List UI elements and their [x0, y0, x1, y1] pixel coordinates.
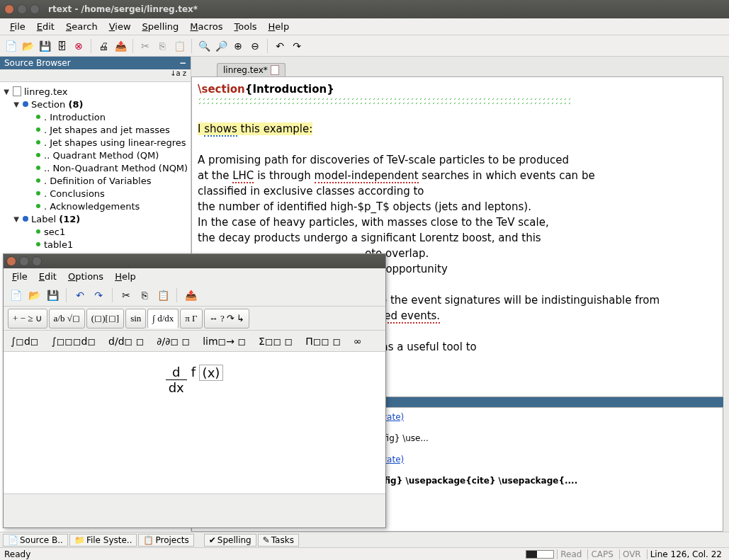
window-titlebar: rtext - /home/sergei/linreg.tex* — [0, 0, 729, 18]
menu-tools[interactable]: Tools — [228, 20, 262, 33]
eq-tab-arrows[interactable]: ↔ ? ↷ ↳ — [204, 309, 250, 328]
eq-export-button[interactable]: 📤 — [183, 287, 198, 303]
editor-line: the decay products undergo a significant… — [198, 230, 717, 246]
btab-source[interactable]: 📄Source B.. — [3, 534, 68, 547]
paste-button[interactable]: 📋 — [171, 38, 187, 54]
section-count: (8) — [68, 99, 83, 110]
eq-tab-greek[interactable]: π Γ — [180, 309, 202, 328]
close-button[interactable]: ⊗ — [71, 38, 86, 54]
tab-linreg[interactable]: linreg.tex* — [217, 63, 286, 76]
menu-spelling[interactable]: Spelling — [137, 20, 185, 33]
item-icon — [36, 140, 40, 144]
eq-tab-calculus[interactable]: ∫ d/dx — [147, 309, 179, 328]
item-icon — [36, 153, 40, 157]
window-close-button[interactable] — [4, 4, 14, 14]
eq-palette: ∫◻d◻ ∫◻◻◻d◻ d/d◻ ◻ ∂/∂◻ ◻ lim◻→ ◻ Σ◻◻ ◻ … — [4, 331, 385, 352]
eq-save-button[interactable]: 💾 — [45, 287, 60, 303]
tree-item[interactable]: . Jet shapes using linear-regres — [44, 137, 186, 148]
menubar: File Edit Search View Spelling Macros To… — [0, 18, 729, 35]
item-icon — [36, 166, 40, 170]
tree-item[interactable]: .. Non-Quadrant Method (NQM) — [44, 163, 188, 173]
tree-item[interactable]: . Definition of Variables — [44, 176, 151, 186]
eq-cut-button[interactable]: ✂ — [118, 287, 134, 303]
tree-item-introduction[interactable]: . Introduction — [44, 112, 106, 122]
btab-filesys[interactable]: 📁File Syste.. — [69, 534, 137, 547]
eq-denominator[interactable]: dx — [166, 380, 187, 395]
tree-file[interactable]: linreg.tex — [24, 86, 67, 97]
collapse-icon[interactable]: − — [179, 58, 186, 68]
menu-edit[interactable]: Edit — [31, 20, 60, 33]
eq-paste-button[interactable]: 📋 — [155, 287, 171, 303]
zoom-in-button[interactable]: ⊕ — [230, 38, 246, 54]
eq-menu-options[interactable]: Options — [62, 270, 109, 283]
copy-button[interactable]: ⎘ — [154, 38, 170, 54]
export-button[interactable]: 📤 — [113, 38, 128, 54]
eq-pal-integral[interactable]: ∫◻d◻ — [11, 336, 38, 347]
window-maximize-button[interactable] — [30, 4, 40, 14]
new-file-button[interactable]: 📄 — [3, 38, 18, 54]
eq-tab-brackets[interactable]: (◻)[◻] — [86, 309, 124, 328]
eq-pal-defintegral[interactable]: ∫◻◻◻d◻ — [51, 336, 96, 347]
eq-function[interactable]: f — [191, 365, 196, 379]
window-minimize-button[interactable] — [17, 4, 27, 14]
eq-placeholder[interactable]: (x) — [199, 365, 224, 381]
btab-spelling[interactable]: ✔Spelling — [204, 534, 256, 547]
eq-pal-product[interactable]: Π◻◻ ◻ — [305, 336, 341, 347]
source-browser-title: Source Browser — [4, 58, 71, 68]
eq-redo-button[interactable]: ↷ — [91, 287, 106, 303]
eq-tab-frac[interactable]: a/b √◻ — [49, 309, 85, 328]
eq-undo-button[interactable]: ↶ — [72, 287, 88, 303]
menu-search[interactable]: Search — [60, 20, 103, 33]
eq-new-button[interactable]: 📄 — [8, 287, 23, 303]
eq-menu-edit[interactable]: Edit — [33, 270, 62, 283]
eq-open-button[interactable]: 📂 — [26, 287, 42, 303]
eq-pal-derivative[interactable]: d/d◻ ◻ — [108, 336, 144, 347]
tree-section-group[interactable]: Section — [31, 99, 65, 110]
menu-macros[interactable]: Macros — [184, 20, 228, 33]
editor-line: at the LHC is through model-independent … — [198, 168, 717, 183]
eq-pal-sum[interactable]: Σ◻◻ ◻ — [259, 336, 293, 347]
eq-menu-file[interactable]: File — [6, 270, 33, 283]
tree-item[interactable]: . Acknowledgements — [44, 201, 140, 212]
document-icon — [271, 65, 279, 75]
btab-projects[interactable]: 📋Projects — [138, 534, 193, 547]
eq-pal-limit[interactable]: lim◻→ ◻ — [203, 336, 246, 347]
save-button[interactable]: 💾 — [37, 38, 52, 54]
find-next-button[interactable]: 🔎 — [213, 38, 229, 54]
eq-copy-button[interactable]: ⎘ — [137, 287, 152, 303]
eq-minimize-button[interactable] — [19, 256, 29, 266]
tree-label-group[interactable]: Label — [31, 214, 56, 224]
tree-label-item[interactable]: sec1 — [44, 227, 65, 237]
equation-editor-window[interactable]: File Edit Options Help 📄 📂 💾 ↶ ↷ ✂ ⎘ 📋 📤… — [3, 253, 386, 528]
find-button[interactable]: 🔍 — [196, 38, 212, 54]
tree-label-item[interactable]: table1 — [44, 239, 73, 250]
tree-item[interactable]: . Jet shapes and jet masses — [44, 125, 170, 135]
zoom-out-button[interactable]: ⊖ — [247, 38, 263, 54]
eq-maximize-button[interactable] — [32, 256, 42, 266]
save-all-button[interactable]: 🗄 — [54, 38, 69, 54]
btab-tasks[interactable]: ✎Tasks — [258, 534, 299, 547]
eq-menu-help[interactable]: Help — [109, 270, 142, 283]
redo-button[interactable]: ↷ — [289, 38, 305, 54]
menu-help[interactable]: Help — [263, 20, 295, 33]
eq-numerator[interactable]: d — [169, 365, 183, 379]
print-button[interactable]: 🖨 — [96, 38, 111, 54]
cut-button[interactable]: ✂ — [137, 38, 153, 54]
eq-tab-functions[interactable]: sin — [125, 309, 146, 328]
eq-pal-infinity[interactable]: ∞ — [354, 336, 362, 347]
eq-pal-partial[interactable]: ∂/∂◻ ◻ — [157, 336, 190, 347]
tree-item[interactable]: . Conclusions — [44, 188, 105, 199]
eq-close-button[interactable] — [6, 256, 16, 266]
tree-item[interactable]: .. Quadrant Method (QM) — [44, 150, 159, 161]
eq-toolbar-file: 📄 📂 💾 ↶ ↷ ✂ ⎘ 📋 📤 — [4, 284, 385, 307]
sort-bar[interactable]: ↓a z — [0, 69, 191, 82]
menu-file[interactable]: File — [4, 20, 31, 33]
item-icon — [36, 115, 40, 119]
source-browser-header[interactable]: Source Browser − — [0, 57, 191, 69]
open-file-button[interactable]: 📂 — [20, 38, 35, 54]
eq-canvas[interactable]: d dx f (x) — [4, 352, 385, 493]
undo-button[interactable]: ↶ — [272, 38, 288, 54]
eq-tab-operators[interactable]: + − ≥ ∪ — [8, 309, 47, 328]
eq-titlebar[interactable] — [4, 254, 385, 268]
menu-view[interactable]: View — [103, 20, 137, 33]
